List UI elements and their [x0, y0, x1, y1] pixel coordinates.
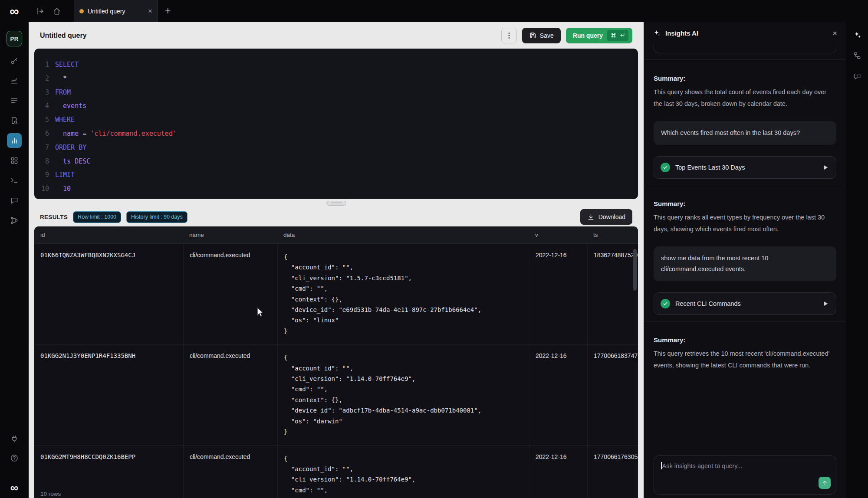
query-header: Untitled query Save Run query: [29, 22, 644, 49]
left-sidebar: ∞ PR ∞: [0, 0, 29, 498]
run-query-button[interactable]: Run query: [566, 28, 632, 43]
cell-data: { "account_id": "", "cli_version": "1.5.…: [277, 244, 529, 344]
sidebar-item-flow[interactable]: [7, 213, 22, 228]
line-number: 6: [34, 127, 49, 141]
summary-text: This query shows the total count of even…: [654, 86, 836, 110]
save-button[interactable]: Save: [522, 28, 561, 43]
close-insights-icon[interactable]: ×: [832, 29, 837, 37]
line-number: 7: [34, 141, 49, 155]
cell-v: 2022-12-16: [529, 244, 587, 344]
play-icon[interactable]: [822, 300, 829, 308]
grid-icon: [10, 156, 19, 165]
table-row[interactable]: 01KGG2N1J3Y0ENP1R4F1335BNHcli/command.ex…: [34, 344, 638, 445]
play-icon[interactable]: [822, 164, 829, 171]
column-header-v[interactable]: v: [529, 232, 587, 238]
limit-badge[interactable]: Row limit : 1000: [73, 211, 121, 223]
sparkles-icon: [853, 30, 861, 39]
results-label: RESULTS: [40, 214, 68, 220]
kebab-icon: [505, 31, 513, 40]
column-header-data[interactable]: data: [277, 232, 529, 238]
line-number: 1: [34, 58, 49, 72]
main-area: Untitled query Save Run query 1234567891…: [29, 22, 644, 498]
code-line: LIMIT: [55, 168, 638, 182]
summary-title: Summary:: [654, 336, 836, 344]
bar-chart-icon: [10, 136, 19, 145]
row-count: 10 rows: [40, 491, 61, 497]
header-actions: Save Run query: [501, 28, 632, 43]
table-row[interactable]: 01K66TQNZA3WFBQ8XN2KXSG4CJcli/command.ex…: [34, 244, 638, 344]
column-header-name[interactable]: name: [183, 232, 277, 238]
chat-icon: [10, 196, 19, 205]
query-card[interactable]: Recent CLI Commands: [654, 292, 836, 315]
column-header-id[interactable]: id: [34, 232, 183, 238]
table-body: 01K66TQNZA3WFBQ8XN2KXSG4CJcli/command.ex…: [34, 244, 638, 498]
doc-search-icon: [10, 116, 19, 125]
right-rail-item-hierarchy[interactable]: [850, 48, 865, 63]
query-card[interactable]: Top Events Last 30 Days: [654, 156, 836, 179]
more-options-button[interactable]: [501, 28, 517, 43]
tab-title: Untitled query: [88, 8, 144, 15]
scrolled-card-partial: [654, 44, 836, 53]
workspace-avatar[interactable]: PR: [7, 31, 22, 46]
summary-title: Summary:: [654, 200, 836, 207]
table-row[interactable]: 01KGG2MT9H8H8CCDQ0ZK16BEPPcli/command.ex…: [34, 446, 638, 498]
code-line: SELECT: [55, 58, 638, 72]
cell-id: 01KGG2MT9H8H8CCDQ0ZK16BEPP: [34, 446, 183, 498]
help-icon: [10, 454, 19, 462]
app-logo[interactable]: ∞: [0, 0, 29, 22]
unsaved-dot-icon: [79, 9, 84, 13]
sidebar-item-doc-search[interactable]: [7, 113, 22, 128]
sql-code: SELECT *FROM eventsWHERE name = 'cli/com…: [55, 58, 638, 199]
sidebar-item-help[interactable]: [7, 451, 22, 465]
command-icon: [610, 32, 617, 39]
cell-name: cli/command.executed: [183, 344, 277, 445]
collapse-sidebar-button[interactable]: [33, 4, 48, 19]
insights-input[interactable]: Ask insights agent to query...: [654, 455, 836, 495]
sidebar-item-rows[interactable]: [7, 93, 22, 108]
line-number: 3: [34, 86, 49, 100]
sql-editor[interactable]: 12345678910 SELECT *FROM eventsWHERE nam…: [34, 49, 638, 199]
tab-untitled-query[interactable]: Untitled query ×: [74, 0, 158, 22]
divider: [644, 321, 846, 321]
new-tab-button[interactable]: +: [165, 6, 171, 16]
rows-icon: [10, 96, 19, 105]
line-number-gutter: 12345678910: [34, 58, 55, 199]
limit-badge[interactable]: History limit : 90 days: [126, 211, 187, 223]
cell-id: 01KGG2N1J3Y0ENP1R4F1335BNH: [34, 344, 183, 445]
run-shortcut-chip: [607, 30, 628, 41]
cell-ts: 1770066183747: [587, 344, 638, 445]
cell-name: cli/command.executed: [183, 446, 277, 498]
sidebar-item-key[interactable]: [7, 53, 22, 68]
results-toolbar: RESULTS Row limit : 1000History limit : …: [29, 207, 644, 226]
success-badge: [661, 163, 670, 172]
line-number: 10: [34, 182, 49, 196]
download-button[interactable]: Download: [580, 209, 632, 225]
sidebar-item-bar-chart[interactable]: [7, 133, 22, 148]
sidebar-item-chat[interactable]: [7, 193, 22, 208]
sidebar-item-plug[interactable]: [7, 432, 22, 446]
send-button[interactable]: [819, 477, 831, 489]
terminal-icon: [10, 176, 19, 185]
home-button[interactable]: [49, 4, 64, 19]
sidebar-item-chart-line[interactable]: [7, 73, 22, 88]
sidebar-item-terminal[interactable]: [7, 173, 22, 188]
insights-header: Insights AI ×: [644, 22, 846, 44]
insights-ai-panel: Insights AI × Summary:This query shows t…: [644, 22, 846, 498]
sidebar-nav: [7, 53, 22, 228]
user-message: show me data from the most recent 10 cli…: [654, 246, 836, 281]
query-card-label: Recent CLI Commands: [675, 300, 816, 307]
cell-data: { "account_id": "", "cli_version": "1.14…: [277, 446, 529, 498]
download-icon: [587, 213, 595, 221]
sidebar-item-grid[interactable]: [7, 153, 22, 168]
column-header-ts[interactable]: ts: [587, 232, 638, 238]
resize-handle[interactable]: [326, 201, 346, 206]
right-rail-item-sparkles[interactable]: [850, 27, 865, 42]
code-line: FROM: [55, 86, 638, 100]
right-rail-item-comment[interactable]: [850, 69, 865, 84]
sparkles-icon: [653, 29, 661, 37]
splitter-row: [29, 199, 644, 207]
line-number: 8: [34, 155, 49, 169]
close-tab-icon[interactable]: ×: [148, 7, 152, 15]
chart-line-icon: [10, 76, 19, 85]
table-scrollbar[interactable]: [633, 249, 637, 291]
